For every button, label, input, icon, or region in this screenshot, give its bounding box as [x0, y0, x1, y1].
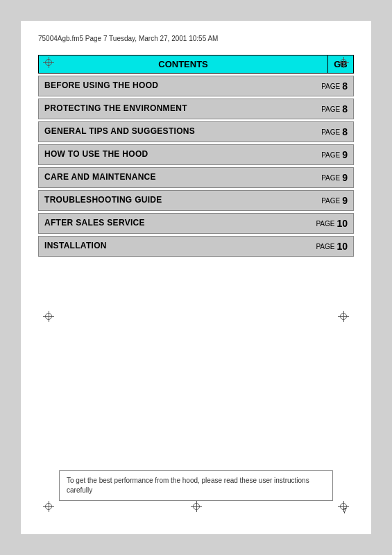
contents-title: CONTENTS	[38, 55, 327, 74]
page-word: PAGE	[316, 243, 334, 250]
page-number: 7	[343, 506, 347, 515]
toc-row: PROTECTING THE ENVIRONMENTPAGE8	[38, 99, 354, 119]
crosshair-bottom-mid	[191, 501, 202, 512]
page-word: PAGE	[321, 197, 340, 205]
crosshair-mid-left	[43, 311, 54, 322]
toc-page-cell: PAGE8	[306, 76, 353, 96]
toc-row: GENERAL TIPS AND SUGGESTIONSPAGE8	[38, 121, 354, 142]
toc-label: GENERAL TIPS AND SUGGESTIONS	[39, 122, 306, 142]
bottom-note: To get the best performance from the hoo…	[59, 470, 333, 501]
toc-page-cell: PAGE10	[306, 237, 353, 256]
page-word: PAGE	[321, 151, 340, 159]
crosshair-mid-right	[338, 311, 349, 322]
crosshair-top-left	[43, 57, 54, 68]
file-header: 75004Agb.fm5 Page 7 Tuesday, March 27, 2…	[38, 35, 354, 42]
toc-page-cell: PAGE8	[306, 99, 353, 119]
toc-page-cell: PAGE10	[306, 214, 353, 233]
page-word: PAGE	[321, 174, 340, 182]
toc-rows-container: BEFORE USING THE HOODPAGE8PROTECTING THE…	[38, 76, 354, 257]
toc-row: HOW TO USE THE HOODPAGE9	[38, 144, 354, 165]
page-num: 10	[336, 241, 348, 252]
contents-header-row: CONTENTS GB	[38, 55, 354, 74]
toc-row: AFTER SALES SERVICEPAGE10	[38, 213, 354, 234]
page-word: PAGE	[321, 105, 340, 113]
toc-label: BEFORE USING THE HOOD	[39, 76, 306, 96]
crosshair-bottom-left	[43, 501, 54, 512]
toc-label: CARE AND MAINTENANCE	[39, 168, 306, 187]
page-num: 10	[336, 218, 348, 229]
contents-table: CONTENTS GB BEFORE USING THE HOODPAGE8PR…	[38, 55, 354, 257]
page-word: PAGE	[321, 128, 340, 136]
toc-label: PROTECTING THE ENVIRONMENT	[39, 99, 306, 119]
toc-label: HOW TO USE THE HOOD	[39, 145, 306, 164]
page-num: 8	[342, 126, 348, 137]
toc-page-cell: PAGE9	[306, 168, 353, 187]
toc-row: INSTALLATIONPAGE10	[38, 236, 354, 257]
page-num: 9	[342, 149, 348, 160]
toc-row: CARE AND MAINTENANCEPAGE9	[38, 167, 354, 188]
toc-page-cell: PAGE9	[306, 191, 353, 210]
toc-page-cell: PAGE9	[306, 145, 353, 164]
page-num: 8	[342, 80, 348, 92]
toc-page-cell: PAGE8	[306, 122, 353, 142]
toc-label: AFTER SALES SERVICE	[39, 214, 306, 233]
toc-row: TROUBLESHOOTING GUIDEPAGE9	[38, 190, 354, 211]
page-word: PAGE	[321, 83, 340, 90]
toc-label: INSTALLATION	[39, 237, 306, 256]
page-num: 8	[342, 103, 348, 114]
toc-row: BEFORE USING THE HOODPAGE8	[38, 76, 354, 96]
toc-label: TROUBLESHOOTING GUIDE	[39, 191, 306, 210]
page: 75004Agb.fm5 Page 7 Tuesday, March 27, 2…	[21, 21, 371, 534]
crosshair-top-right	[338, 57, 349, 68]
page-word: PAGE	[316, 220, 334, 228]
page-num: 9	[342, 195, 348, 206]
page-num: 9	[342, 172, 348, 183]
